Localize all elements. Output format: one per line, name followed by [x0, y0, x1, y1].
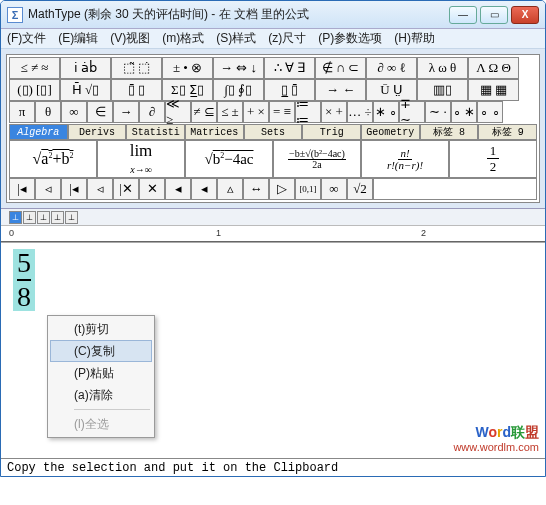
menu-edit[interactable]: (E)编辑	[58, 30, 98, 47]
palette-cell[interactable]: ∂ ∞ ℓ	[366, 57, 417, 79]
window-title: MathType (剩余 30 天的评估时间) - 在 文档 里的公式	[28, 6, 449, 23]
palette-cell[interactable]: ▦ ▦	[468, 79, 519, 101]
palette-cell[interactable]: ▵	[217, 178, 243, 200]
palette-cell[interactable]: ∂	[139, 101, 165, 123]
palette-cell[interactable]: ∘ ∗	[451, 101, 477, 123]
tab-custom-8[interactable]: 标签 8	[420, 124, 479, 140]
ruler[interactable]: 0 1 2	[1, 226, 545, 242]
menu-help[interactable]: (H)帮助	[394, 30, 435, 47]
tab-algebra[interactable]: Algebra	[9, 124, 68, 140]
palette-cell[interactable]: ↔	[243, 178, 269, 200]
palette-cell[interactable]: ≤ ±	[217, 101, 243, 123]
category-tabs: Algebra Derivs Statisti Matrices Sets Tr…	[9, 124, 537, 140]
palette-cell[interactable]: ≤ ≠ ≈	[9, 57, 60, 79]
palette-cell[interactable]: θ	[35, 101, 61, 123]
template-half[interactable]: 12	[449, 140, 537, 178]
palette-cell[interactable]: |✕	[113, 178, 139, 200]
fraction-numerator[interactable]: 5	[17, 249, 31, 277]
menu-format[interactable]: (m)格式	[162, 30, 204, 47]
menu-size[interactable]: (z)尺寸	[268, 30, 306, 47]
close-button[interactable]: X	[511, 6, 539, 24]
ruler-mark: 0	[9, 228, 14, 238]
palette-cell[interactable]: ▷	[269, 178, 295, 200]
palette-cell[interactable]: |◂	[61, 178, 87, 200]
palette-cell[interactable]: |◂	[9, 178, 35, 200]
ruler-area: ⊥ ⊥ ⊥ ⊥ ⊥ 0 1 2	[1, 209, 545, 243]
tab-stop-decimal[interactable]: ⊥	[51, 211, 64, 224]
palette-cell[interactable]: ≠ ⊆	[191, 101, 217, 123]
equation-canvas[interactable]: 5 8 (t)剪切 (C)复制 (P)粘贴 (a)清除 (l)全选 Word联盟…	[1, 243, 545, 458]
palette-cell[interactable]: ∓ ∼	[399, 101, 425, 123]
tab-stop-center[interactable]: ⊥	[23, 211, 36, 224]
toolbar-area: ≤ ≠ ≈ i̇ ȧḃ ⬚̃ ⬚̇ ± • ⊗ → ⇔ ↓ ∴ ∀ ∃ ∉ ∩ …	[1, 49, 545, 209]
tab-stop-bar[interactable]: ⊥	[65, 211, 78, 224]
maximize-button[interactable]: ▭	[480, 6, 508, 24]
palette-cell[interactable]: ∞	[321, 178, 347, 200]
palette-cell[interactable]: i̇ ȧḃ	[60, 57, 111, 79]
tab-matrices[interactable]: Matrices	[185, 124, 244, 140]
palette-cell[interactable]: ± • ⊗	[162, 57, 213, 79]
palette-cell[interactable]: ∉ ∩ ⊂	[315, 57, 366, 79]
palette-cell[interactable]: ∞	[61, 101, 87, 123]
palette-cell[interactable]: π	[9, 101, 35, 123]
palette-cell[interactable]: ∗ ∘	[373, 101, 399, 123]
menu-style[interactable]: (S)样式	[216, 30, 256, 47]
palette-cell[interactable]: → ⇔ ↓	[213, 57, 264, 79]
palette-cell[interactable]: × +	[321, 101, 347, 123]
palette-cell[interactable]: = ≡	[269, 101, 295, 123]
palette-cell[interactable]: ▯̄ ▯	[111, 79, 162, 101]
palette-cell[interactable]: … ÷	[347, 101, 373, 123]
palette-cell[interactable]: ◂	[191, 178, 217, 200]
palette-cell[interactable]: →	[113, 101, 139, 123]
palette-cell[interactable]: + ×	[243, 101, 269, 123]
status-text: Copy the selection and put it on the Cli…	[7, 461, 338, 475]
palette-cell[interactable]: ∴ ∀ ∃	[264, 57, 315, 79]
palette-cell[interactable]: Λ Ω Θ	[468, 57, 519, 79]
tab-derivs[interactable]: Derivs	[68, 124, 127, 140]
palette-cell[interactable]: ▥▯	[417, 79, 468, 101]
palette-cell[interactable]: H̄ √▯	[60, 79, 111, 101]
palette-cell[interactable]: [0,1]	[295, 178, 321, 200]
palette-cell[interactable]: ✕	[139, 178, 165, 200]
template-sqrt-sum[interactable]: √a2+b2	[9, 140, 97, 178]
tab-custom-9[interactable]: 标签 9	[478, 124, 537, 140]
tab-stop-right[interactable]: ⊥	[37, 211, 50, 224]
template-combination[interactable]: n!r!(n−r)!	[361, 140, 449, 178]
palette-cell[interactable]: √2	[347, 178, 373, 200]
template-limit[interactable]: limx→∞	[97, 140, 185, 178]
palette-cell[interactable]: ◃	[35, 178, 61, 200]
menu-view[interactable]: (V)视图	[110, 30, 150, 47]
ruler-mark: 2	[421, 228, 426, 238]
tab-stop-left[interactable]: ⊥	[9, 211, 22, 224]
context-paste[interactable]: (P)粘贴	[50, 362, 152, 384]
palette-cell[interactable]: (▯) [▯]	[9, 79, 60, 101]
palette-cell[interactable]: ∘ ∘	[477, 101, 503, 123]
template-quadratic[interactable]: −b±√(b²−4ac)2a	[273, 140, 361, 178]
tab-sets[interactable]: Sets	[244, 124, 303, 140]
palette-cell[interactable]: ≔ ≔	[295, 101, 321, 123]
context-cut[interactable]: (t)剪切	[50, 318, 152, 340]
template-discriminant[interactable]: √b2−4ac	[185, 140, 273, 178]
palette-cell[interactable]: ⬚̃ ⬚̇	[111, 57, 162, 79]
context-copy[interactable]: (C)复制	[50, 340, 152, 362]
fraction-denominator[interactable]: 8	[17, 283, 31, 311]
palette-cell[interactable]: ∫▯ ∮▯	[213, 79, 264, 101]
context-selectall: (l)全选	[50, 413, 152, 435]
status-bar: Copy the selection and put it on the Cli…	[1, 458, 545, 476]
palette-cell[interactable]: ◂	[165, 178, 191, 200]
palette-cell[interactable]: ◃	[87, 178, 113, 200]
template-row: √a2+b2 limx→∞ √b2−4ac −b±√(b²−4ac)2a n!r…	[9, 140, 537, 178]
palette-cell[interactable]: → ←	[315, 79, 366, 101]
fraction-selected[interactable]: 5 8	[13, 249, 35, 311]
palette-cell[interactable]: ∈	[87, 101, 113, 123]
palette-cell[interactable]: ∼ ·	[425, 101, 451, 123]
menu-file[interactable]: (F)文件	[7, 30, 46, 47]
palette-cell[interactable]: λ ω θ	[417, 57, 468, 79]
watermark-url: www.wordlm.com	[453, 440, 539, 455]
palette-cell[interactable]: ≪ ≥	[165, 101, 191, 123]
minimize-button[interactable]: —	[449, 6, 477, 24]
title-bar[interactable]: Σ MathType (剩余 30 天的评估时间) - 在 文档 里的公式 — …	[1, 1, 545, 29]
palette-row-5: |◂ ◃ |◂ ◃ |✕ ✕ ◂ ◂ ▵ ↔ ▷ [0,1] ∞ √2	[9, 178, 537, 200]
menu-prefs[interactable]: (P)参数选项	[318, 30, 382, 47]
context-clear[interactable]: (a)清除	[50, 384, 152, 406]
